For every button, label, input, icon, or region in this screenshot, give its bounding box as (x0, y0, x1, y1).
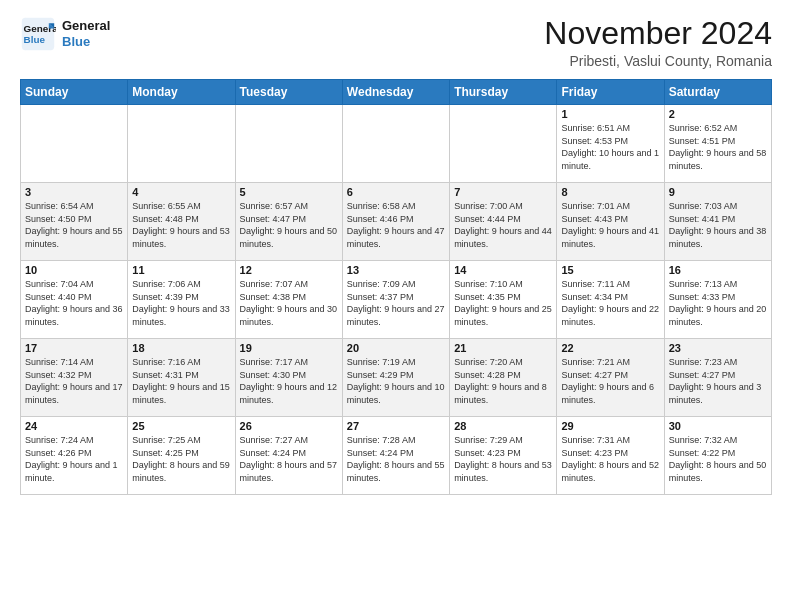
calendar-cell: 1Sunrise: 6:51 AMSunset: 4:53 PMDaylight… (557, 105, 664, 183)
calendar-cell: 12Sunrise: 7:07 AMSunset: 4:38 PMDayligh… (235, 261, 342, 339)
day-info: Sunrise: 7:16 AMSunset: 4:31 PMDaylight:… (132, 356, 230, 406)
day-number: 16 (669, 264, 767, 276)
weekday-header: Friday (557, 80, 664, 105)
day-number: 10 (25, 264, 123, 276)
day-info: Sunrise: 7:10 AMSunset: 4:35 PMDaylight:… (454, 278, 552, 328)
calendar-cell: 21Sunrise: 7:20 AMSunset: 4:28 PMDayligh… (450, 339, 557, 417)
calendar-cell: 16Sunrise: 7:13 AMSunset: 4:33 PMDayligh… (664, 261, 771, 339)
calendar-cell: 23Sunrise: 7:23 AMSunset: 4:27 PMDayligh… (664, 339, 771, 417)
calendar-cell: 5Sunrise: 6:57 AMSunset: 4:47 PMDaylight… (235, 183, 342, 261)
calendar-cell: 26Sunrise: 7:27 AMSunset: 4:24 PMDayligh… (235, 417, 342, 495)
day-number: 3 (25, 186, 123, 198)
day-number: 30 (669, 420, 767, 432)
day-info: Sunrise: 7:03 AMSunset: 4:41 PMDaylight:… (669, 200, 767, 250)
day-number: 15 (561, 264, 659, 276)
calendar-cell: 14Sunrise: 7:10 AMSunset: 4:35 PMDayligh… (450, 261, 557, 339)
day-info: Sunrise: 6:55 AMSunset: 4:48 PMDaylight:… (132, 200, 230, 250)
calendar-cell: 24Sunrise: 7:24 AMSunset: 4:26 PMDayligh… (21, 417, 128, 495)
calendar-cell (342, 105, 449, 183)
header: General Blue General Blue November 2024 … (20, 16, 772, 69)
calendar-table: SundayMondayTuesdayWednesdayThursdayFrid… (20, 79, 772, 495)
day-info: Sunrise: 7:20 AMSunset: 4:28 PMDaylight:… (454, 356, 552, 406)
day-info: Sunrise: 7:09 AMSunset: 4:37 PMDaylight:… (347, 278, 445, 328)
calendar-cell: 27Sunrise: 7:28 AMSunset: 4:24 PMDayligh… (342, 417, 449, 495)
calendar-cell: 20Sunrise: 7:19 AMSunset: 4:29 PMDayligh… (342, 339, 449, 417)
day-number: 19 (240, 342, 338, 354)
day-info: Sunrise: 7:31 AMSunset: 4:23 PMDaylight:… (561, 434, 659, 484)
calendar-cell: 10Sunrise: 7:04 AMSunset: 4:40 PMDayligh… (21, 261, 128, 339)
calendar-cell: 22Sunrise: 7:21 AMSunset: 4:27 PMDayligh… (557, 339, 664, 417)
day-number: 29 (561, 420, 659, 432)
calendar-cell: 30Sunrise: 7:32 AMSunset: 4:22 PMDayligh… (664, 417, 771, 495)
day-info: Sunrise: 7:14 AMSunset: 4:32 PMDaylight:… (25, 356, 123, 406)
day-number: 23 (669, 342, 767, 354)
weekday-header: Wednesday (342, 80, 449, 105)
day-info: Sunrise: 7:11 AMSunset: 4:34 PMDaylight:… (561, 278, 659, 328)
calendar-cell (21, 105, 128, 183)
day-number: 24 (25, 420, 123, 432)
calendar-cell: 9Sunrise: 7:03 AMSunset: 4:41 PMDaylight… (664, 183, 771, 261)
calendar-cell: 3Sunrise: 6:54 AMSunset: 4:50 PMDaylight… (21, 183, 128, 261)
day-number: 11 (132, 264, 230, 276)
svg-text:Blue: Blue (24, 34, 46, 45)
day-number: 27 (347, 420, 445, 432)
day-info: Sunrise: 7:21 AMSunset: 4:27 PMDaylight:… (561, 356, 659, 406)
calendar-cell: 25Sunrise: 7:25 AMSunset: 4:25 PMDayligh… (128, 417, 235, 495)
day-info: Sunrise: 7:28 AMSunset: 4:24 PMDaylight:… (347, 434, 445, 484)
main-title: November 2024 (544, 16, 772, 51)
day-number: 21 (454, 342, 552, 354)
calendar-week-row: 3Sunrise: 6:54 AMSunset: 4:50 PMDaylight… (21, 183, 772, 261)
day-number: 8 (561, 186, 659, 198)
day-number: 6 (347, 186, 445, 198)
calendar-cell: 17Sunrise: 7:14 AMSunset: 4:32 PMDayligh… (21, 339, 128, 417)
calendar-cell: 28Sunrise: 7:29 AMSunset: 4:23 PMDayligh… (450, 417, 557, 495)
day-number: 26 (240, 420, 338, 432)
day-info: Sunrise: 7:06 AMSunset: 4:39 PMDaylight:… (132, 278, 230, 328)
day-info: Sunrise: 6:51 AMSunset: 4:53 PMDaylight:… (561, 122, 659, 172)
day-info: Sunrise: 7:27 AMSunset: 4:24 PMDaylight:… (240, 434, 338, 484)
day-info: Sunrise: 7:13 AMSunset: 4:33 PMDaylight:… (669, 278, 767, 328)
page: General Blue General Blue November 2024 … (0, 0, 792, 612)
day-number: 18 (132, 342, 230, 354)
calendar-cell: 8Sunrise: 7:01 AMSunset: 4:43 PMDaylight… (557, 183, 664, 261)
calendar-cell: 2Sunrise: 6:52 AMSunset: 4:51 PMDaylight… (664, 105, 771, 183)
calendar-cell: 6Sunrise: 6:58 AMSunset: 4:46 PMDaylight… (342, 183, 449, 261)
weekday-header: Sunday (21, 80, 128, 105)
calendar-cell: 18Sunrise: 7:16 AMSunset: 4:31 PMDayligh… (128, 339, 235, 417)
calendar-cell (235, 105, 342, 183)
day-info: Sunrise: 7:17 AMSunset: 4:30 PMDaylight:… (240, 356, 338, 406)
day-number: 7 (454, 186, 552, 198)
weekday-header: Monday (128, 80, 235, 105)
day-number: 22 (561, 342, 659, 354)
weekday-header: Thursday (450, 80, 557, 105)
calendar-cell: 29Sunrise: 7:31 AMSunset: 4:23 PMDayligh… (557, 417, 664, 495)
calendar-cell: 11Sunrise: 7:06 AMSunset: 4:39 PMDayligh… (128, 261, 235, 339)
day-number: 5 (240, 186, 338, 198)
day-info: Sunrise: 7:01 AMSunset: 4:43 PMDaylight:… (561, 200, 659, 250)
title-block: November 2024 Pribesti, Vaslui County, R… (544, 16, 772, 69)
day-number: 13 (347, 264, 445, 276)
day-number: 12 (240, 264, 338, 276)
day-number: 2 (669, 108, 767, 120)
calendar-cell: 7Sunrise: 7:00 AMSunset: 4:44 PMDaylight… (450, 183, 557, 261)
logo-icon: General Blue (20, 16, 56, 52)
calendar-week-row: 24Sunrise: 7:24 AMSunset: 4:26 PMDayligh… (21, 417, 772, 495)
day-info: Sunrise: 7:24 AMSunset: 4:26 PMDaylight:… (25, 434, 123, 484)
day-number: 14 (454, 264, 552, 276)
logo-text: General Blue (62, 18, 110, 49)
day-info: Sunrise: 7:00 AMSunset: 4:44 PMDaylight:… (454, 200, 552, 250)
calendar-cell: 15Sunrise: 7:11 AMSunset: 4:34 PMDayligh… (557, 261, 664, 339)
day-number: 1 (561, 108, 659, 120)
day-number: 28 (454, 420, 552, 432)
day-number: 20 (347, 342, 445, 354)
day-info: Sunrise: 6:57 AMSunset: 4:47 PMDaylight:… (240, 200, 338, 250)
day-info: Sunrise: 6:58 AMSunset: 4:46 PMDaylight:… (347, 200, 445, 250)
calendar-cell: 13Sunrise: 7:09 AMSunset: 4:37 PMDayligh… (342, 261, 449, 339)
day-number: 9 (669, 186, 767, 198)
day-info: Sunrise: 7:32 AMSunset: 4:22 PMDaylight:… (669, 434, 767, 484)
day-info: Sunrise: 6:52 AMSunset: 4:51 PMDaylight:… (669, 122, 767, 172)
calendar-cell (450, 105, 557, 183)
day-info: Sunrise: 7:29 AMSunset: 4:23 PMDaylight:… (454, 434, 552, 484)
weekday-header: Tuesday (235, 80, 342, 105)
weekday-header: Saturday (664, 80, 771, 105)
